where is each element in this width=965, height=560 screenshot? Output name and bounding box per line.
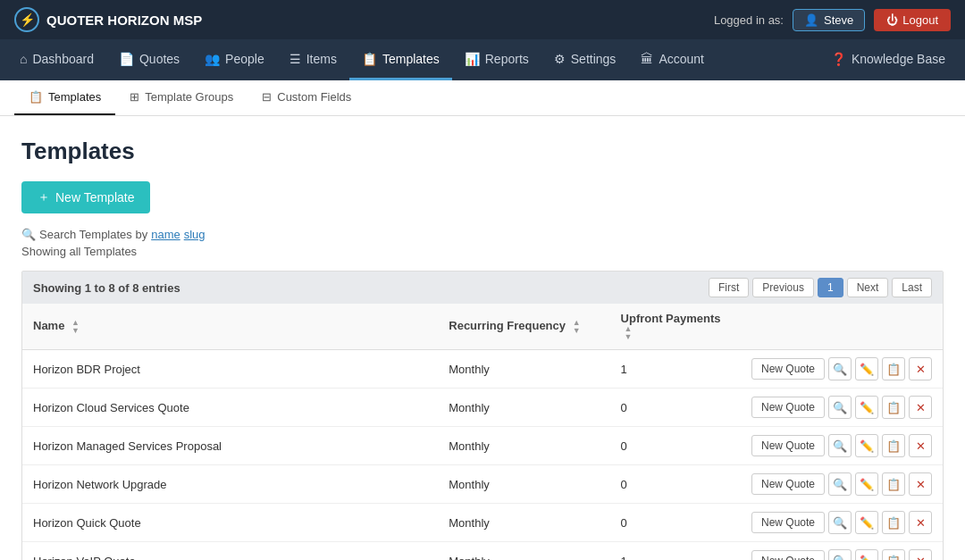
- cell-name-4: Horizon Quick Quote: [22, 504, 438, 542]
- copy-row-button-1[interactable]: 📋: [882, 396, 905, 419]
- search-row-button-0[interactable]: 🔍: [828, 357, 852, 380]
- pagination-last[interactable]: Last: [892, 278, 932, 297]
- nav-item-items[interactable]: ☰ Items: [277, 39, 349, 80]
- cell-upfront-5: 1: [610, 542, 741, 561]
- cell-actions-3: New Quote 🔍 ✏️ 📋 ✕: [741, 465, 943, 504]
- search-by-slug-link[interactable]: slug: [184, 228, 206, 241]
- copy-row-button-4[interactable]: 📋: [882, 511, 905, 534]
- nav-item-quotes[interactable]: 📄 Quotes: [106, 39, 192, 80]
- cell-freq-4: Monthly: [438, 504, 609, 542]
- sort-upfront-icon: ▲▼: [625, 325, 633, 341]
- page-title: Templates: [21, 138, 944, 165]
- nav-item-account[interactable]: 🏛 Account: [628, 39, 717, 80]
- search-row-button-3[interactable]: 🔍: [828, 472, 852, 496]
- copy-row-button-3[interactable]: 📋: [882, 472, 905, 496]
- logged-in-label: Logged in as:: [714, 13, 784, 27]
- nav-item-reports[interactable]: 📊 Reports: [452, 39, 541, 80]
- showing-all-label: Showing all Templates: [21, 245, 944, 258]
- delete-row-button-5[interactable]: ✕: [909, 549, 932, 560]
- table-row: Horizon BDR Project Monthly 1 New Quote …: [22, 350, 943, 389]
- search-by-name-link[interactable]: name: [151, 228, 180, 241]
- cell-name-5: Horizon VoIP Quote: [22, 542, 438, 561]
- edit-row-button-5[interactable]: ✏️: [855, 549, 878, 560]
- table-row: Horizon VoIP Quote Monthly 1 New Quote 🔍…: [22, 542, 943, 561]
- new-quote-button-5[interactable]: New Quote: [751, 550, 825, 560]
- th-upfront-payments[interactable]: Upfront Payments ▲▼: [610, 304, 741, 350]
- search-row-button-5[interactable]: 🔍: [828, 549, 852, 560]
- logout-button[interactable]: ⏻ Logout: [874, 9, 951, 31]
- new-quote-button-4[interactable]: New Quote: [751, 512, 825, 533]
- delete-row-button-3[interactable]: ✕: [909, 472, 932, 496]
- settings-icon: ⚙: [554, 52, 566, 66]
- pagination-previous[interactable]: Previous: [752, 278, 814, 297]
- table-toolbar: Showing 1 to 8 of 8 entries First Previo…: [22, 272, 943, 304]
- edit-row-button-0[interactable]: ✏️: [855, 357, 878, 380]
- pagination-next[interactable]: Next: [847, 278, 889, 297]
- cell-freq-2: Monthly: [438, 427, 609, 465]
- new-quote-button-1[interactable]: New Quote: [751, 397, 825, 418]
- subnav-item-templates[interactable]: 📋 Templates: [14, 80, 115, 115]
- nav-item-templates[interactable]: 📋 Templates: [349, 39, 452, 80]
- people-icon: 👥: [205, 52, 220, 66]
- copy-row-button-2[interactable]: 📋: [882, 434, 905, 457]
- cell-upfront-3: 0: [610, 465, 741, 504]
- th-name[interactable]: Name ▲▼: [22, 304, 438, 350]
- th-recurring-frequency[interactable]: Recurring Frequency ▲▼: [438, 304, 609, 350]
- table-header-row: Name ▲▼ Recurring Frequency ▲▼ Upfront P…: [22, 304, 943, 350]
- new-quote-button-2[interactable]: New Quote: [751, 435, 825, 456]
- cell-freq-3: Monthly: [438, 465, 609, 504]
- table-row: Horizon Managed Services Proposal Monthl…: [22, 427, 943, 465]
- new-quote-button-3[interactable]: New Quote: [751, 473, 825, 495]
- th-actions: [741, 304, 943, 350]
- reports-icon: 📊: [465, 52, 480, 66]
- search-row-button-2[interactable]: 🔍: [828, 434, 852, 457]
- pagination-first[interactable]: First: [709, 278, 749, 297]
- delete-row-button-2[interactable]: ✕: [909, 434, 932, 457]
- account-icon: 🏛: [641, 52, 653, 66]
- edit-row-button-4[interactable]: ✏️: [855, 511, 878, 534]
- nav-item-dashboard[interactable]: ⌂ Dashboard: [7, 39, 106, 80]
- cell-actions-1: New Quote 🔍 ✏️ 📋 ✕: [741, 389, 943, 427]
- delete-row-button-0[interactable]: ✕: [909, 357, 932, 380]
- new-template-button[interactable]: ＋ New Template: [21, 181, 150, 213]
- edit-row-button-2[interactable]: ✏️: [855, 434, 878, 457]
- subnav-custom-icon: ⊟: [262, 90, 272, 104]
- top-bar: ⚡ QUOTER HORIZON MSP Logged in as: 👤 Ste…: [0, 0, 965, 39]
- templates-icon: 📋: [362, 52, 377, 66]
- quotes-icon: 📄: [119, 52, 134, 66]
- table-row: Horizon Quick Quote Monthly 0 New Quote …: [22, 504, 943, 542]
- cell-freq-1: Monthly: [438, 389, 609, 427]
- table-body: Horizon BDR Project Monthly 1 New Quote …: [22, 350, 943, 561]
- nav-bar: ⌂ Dashboard 📄 Quotes 👥 People ☰ Items 📋 …: [0, 39, 965, 80]
- sub-nav: 📋 Templates ⊞ Template Groups ⊟ Custom F…: [0, 80, 965, 116]
- table-wrapper: Showing 1 to 8 of 8 entries First Previo…: [21, 271, 944, 560]
- nav-spacer: [717, 39, 818, 80]
- search-row-button-4[interactable]: 🔍: [828, 511, 852, 534]
- brand-icon: ⚡: [14, 7, 39, 32]
- copy-row-button-0[interactable]: 📋: [882, 357, 905, 380]
- edit-row-button-3[interactable]: ✏️: [855, 472, 878, 496]
- delete-row-button-4[interactable]: ✕: [909, 511, 932, 534]
- cell-name-1: Horizon Cloud Services Quote: [22, 389, 438, 427]
- cell-upfront-4: 0: [610, 504, 741, 542]
- subnav-item-template-groups[interactable]: ⊞ Template Groups: [115, 80, 248, 115]
- edit-row-button-1[interactable]: ✏️: [855, 396, 878, 419]
- power-icon: ⏻: [886, 13, 898, 27]
- subnav-item-custom-fields[interactable]: ⊟ Custom Fields: [248, 80, 365, 115]
- new-quote-button-0[interactable]: New Quote: [751, 358, 825, 380]
- nav-item-settings[interactable]: ⚙ Settings: [541, 39, 629, 80]
- subnav-groups-icon: ⊞: [130, 90, 139, 104]
- nav-item-knowledge-base[interactable]: ❓ Knowledge Base: [818, 39, 958, 80]
- cell-name-2: Horizon Managed Services Proposal: [22, 427, 438, 465]
- copy-row-button-5[interactable]: 📋: [882, 549, 905, 560]
- search-row-button-1[interactable]: 🔍: [828, 396, 852, 419]
- pagination-current[interactable]: 1: [818, 278, 843, 297]
- top-bar-right: Logged in as: 👤 Steve ⏻ Logout: [714, 9, 951, 31]
- cell-actions-4: New Quote 🔍 ✏️ 📋 ✕: [741, 504, 943, 542]
- cell-name-3: Horizon Network Upgrade: [22, 465, 438, 504]
- user-icon: 👤: [804, 13, 818, 27]
- delete-row-button-1[interactable]: ✕: [909, 396, 932, 419]
- table-count-label: Showing 1 to 8 of 8 entries: [33, 281, 180, 295]
- nav-item-people[interactable]: 👥 People: [192, 39, 277, 80]
- cell-freq-5: Monthly: [438, 542, 609, 561]
